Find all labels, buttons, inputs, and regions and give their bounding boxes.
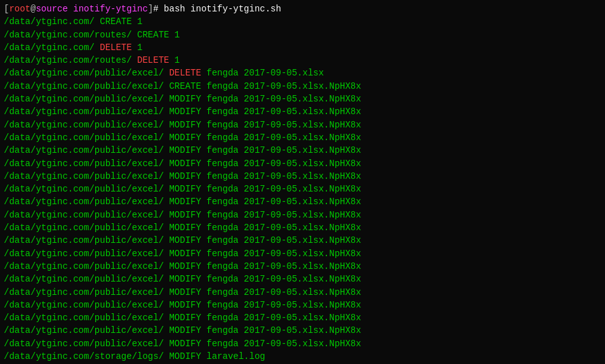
line-rest: fengda 2017-09-05.xlsx.NpHX8x <box>201 81 361 91</box>
line-path: /data/ytginc.com/public/excel/ <box>4 133 164 143</box>
line-path: /data/ytginc.com/public/excel/ <box>4 68 164 78</box>
line-operation: MODIFY <box>169 325 201 335</box>
line-operation: MODIFY <box>169 94 201 104</box>
line-rest: fengda 2017-09-05.xlsx.NpHX8x <box>201 94 361 104</box>
line-operation: MODIFY <box>169 210 201 220</box>
line-operation: MODIFY <box>169 300 201 310</box>
line-rest: fengda 2017-09-05.xlsx.NpHX8x <box>201 339 361 349</box>
line-rest: fengda 2017-09-05.xlsx.NpHX8x <box>201 133 361 143</box>
line-path: /data/ytginc.com/public/excel/ <box>4 81 164 91</box>
line-path: /data/ytginc.com/storage/logs/ <box>4 351 164 361</box>
line-path: /data/ytginc.com/public/excel/ <box>4 184 164 194</box>
line-path: /data/ytginc.com/public/excel/ <box>4 249 164 259</box>
user-label: root <box>9 4 30 14</box>
line-operation: MODIFY <box>169 223 201 233</box>
line-operation: MODIFY <box>169 235 201 245</box>
line-path: /data/ytginc.com/public/excel/ <box>4 313 164 323</box>
terminal-line: /data/ytginc.com/public/excel/ MODIFY fe… <box>4 247 601 260</box>
line-rest: fengda 2017-09-05.xlsx.NpHX8x <box>201 145 361 155</box>
terminal-line: /data/ytginc.com/routes/ DELETE 1 <box>4 54 601 67</box>
terminal-line: /data/ytginc.com/public/excel/ MODIFY fe… <box>4 183 601 195</box>
line-operation: MODIFY <box>169 184 201 194</box>
terminal-line: /data/ytginc.com/public/excel/ MODIFY fe… <box>4 170 601 183</box>
line-path: /data/ytginc.com/public/excel/ <box>4 120 164 130</box>
terminal-line: /data/ytginc.com/public/excel/ DELETE fe… <box>4 67 601 79</box>
line-path: /data/ytginc.com/public/excel/ <box>4 339 164 349</box>
line-path: /data/ytginc.com/public/excel/ <box>4 223 164 233</box>
line-rest: fengda 2017-09-05.xlsx.NpHX8x <box>201 313 361 323</box>
line-operation: DELETE <box>169 68 201 78</box>
line-path: /data/ytginc.com/public/excel/ <box>4 171 164 181</box>
line-operation: CREATE <box>169 81 201 91</box>
terminal-line: /data/ytginc.com/public/excel/ MODIFY fe… <box>4 260 601 273</box>
terminal-line: /data/ytginc.com/public/excel/ MODIFY fe… <box>4 273 601 285</box>
line-operation: CREATE <box>100 16 131 27</box>
line-operation: MODIFY <box>169 120 201 130</box>
terminal-window: [root@source inotify-ytginc]# bash inoti… <box>0 0 605 364</box>
terminal-line: /data/ytginc.com/storage/logs/ MODIFY la… <box>4 350 601 363</box>
line-operation: MODIFY <box>169 249 201 259</box>
line-operation: DELETE <box>137 55 169 65</box>
line-operation: MODIFY <box>169 313 201 323</box>
host-label: source <box>36 4 67 14</box>
terminal-line: /data/ytginc.com/public/excel/ MODIFY fe… <box>4 286 601 299</box>
line-rest: fengda 2017-09-05.xlsx.NpHX8x <box>201 235 361 245</box>
line-path: /data/ytginc.com/ <box>4 16 95 27</box>
terminal-line: /data/ytginc.com/public/excel/ MODIFY fe… <box>4 311 601 324</box>
line-path: /data/ytginc.com/routes/ <box>4 30 132 40</box>
line-rest: 1 <box>169 55 180 65</box>
output-lines: /data/ytginc.com/ CREATE 1/data/ytginc.c… <box>4 15 601 363</box>
line-path: /data/ytginc.com/public/excel/ <box>4 145 164 155</box>
terminal-line: /data/ytginc.com/ DELETE 1 <box>4 41 601 54</box>
line-path: /data/ytginc.com/public/excel/ <box>4 210 164 220</box>
line-rest: fengda 2017-09-05.xlsx.NpHX8x <box>201 120 361 130</box>
terminal-line: /data/ytginc.com/public/excel/ MODIFY fe… <box>4 105 601 118</box>
line-rest: fengda 2017-09-05.xlsx.NpHX8x <box>201 325 361 335</box>
line-rest: 1 <box>169 30 180 40</box>
line-operation: MODIFY <box>169 145 201 155</box>
line-rest: fengda 2017-09-05.xlsx <box>201 68 324 78</box>
line-path: /data/ytginc.com/public/excel/ <box>4 287 164 297</box>
terminal-line: /data/ytginc.com/public/excel/ MODIFY fe… <box>4 144 601 157</box>
terminal-line: /data/ytginc.com/public/excel/ MODIFY fe… <box>4 324 601 337</box>
line-operation: MODIFY <box>169 261 201 271</box>
line-operation: MODIFY <box>169 351 201 361</box>
line-rest: 1 <box>132 16 143 27</box>
line-operation: MODIFY <box>169 197 201 207</box>
line-rest: fengda 2017-09-05.xlsx.NpHX8x <box>201 300 361 310</box>
line-rest: fengda 2017-09-05.xlsx.NpHX8x <box>201 223 361 233</box>
line-path: /data/ytginc.com/public/excel/ <box>4 261 164 271</box>
line-operation: MODIFY <box>169 133 201 143</box>
line-rest: fengda 2017-09-05.xlsx.NpHX8x <box>201 171 361 181</box>
line-rest: laravel.log <box>201 351 265 361</box>
terminal-line: /data/ytginc.com/public/excel/ MODIFY fe… <box>4 157 601 170</box>
line-path: /data/ytginc.com/public/excel/ <box>4 197 164 207</box>
terminal-line: /data/ytginc.com/public/excel/ MODIFY fe… <box>4 337 601 350</box>
line-path: /data/ytginc.com/routes/ <box>4 55 132 65</box>
line-path: /data/ytginc.com/public/excel/ <box>4 235 164 245</box>
terminal-line: /data/ytginc.com/public/excel/ MODIFY fe… <box>4 221 601 234</box>
line-path: /data/ytginc.com/ <box>4 42 95 53</box>
line-operation: MODIFY <box>169 339 201 349</box>
terminal-line: /data/ytginc.com/ CREATE 1 <box>4 15 601 28</box>
line-operation: MODIFY <box>169 107 201 117</box>
line-rest: 1 <box>132 42 143 53</box>
terminal-line: /data/ytginc.com/public/excel/ MODIFY fe… <box>4 299 601 311</box>
line-rest: fengda 2017-09-05.xlsx.NpHX8x <box>201 210 361 220</box>
prompt-line: [root@source inotify-ytginc]# bash inoti… <box>4 3 601 15</box>
line-path: /data/ytginc.com/public/excel/ <box>4 159 164 169</box>
terminal-line: /data/ytginc.com/public/excel/ CREATE fe… <box>4 80 601 93</box>
terminal-line: /data/ytginc.com/public/excel/ MODIFY fe… <box>4 93 601 105</box>
line-rest: fengda 2017-09-05.xlsx.NpHX8x <box>201 261 361 271</box>
line-path: /data/ytginc.com/public/excel/ <box>4 274 164 284</box>
line-rest: fengda 2017-09-05.xlsx.NpHX8x <box>201 274 361 284</box>
line-rest: fengda 2017-09-05.xlsx.NpHX8x <box>201 159 361 169</box>
line-path: /data/ytginc.com/public/excel/ <box>4 325 164 335</box>
line-rest: fengda 2017-09-05.xlsx.NpHX8x <box>201 287 361 297</box>
terminal-line: /data/ytginc.com/public/excel/ MODIFY fe… <box>4 119 601 131</box>
dir-label: inotify-ytginc <box>73 4 148 14</box>
terminal-line: /data/ytginc.com/public/excel/ MODIFY fe… <box>4 131 601 144</box>
line-operation: MODIFY <box>169 287 201 297</box>
line-operation: MODIFY <box>169 159 201 169</box>
line-operation: CREATE <box>137 30 169 40</box>
